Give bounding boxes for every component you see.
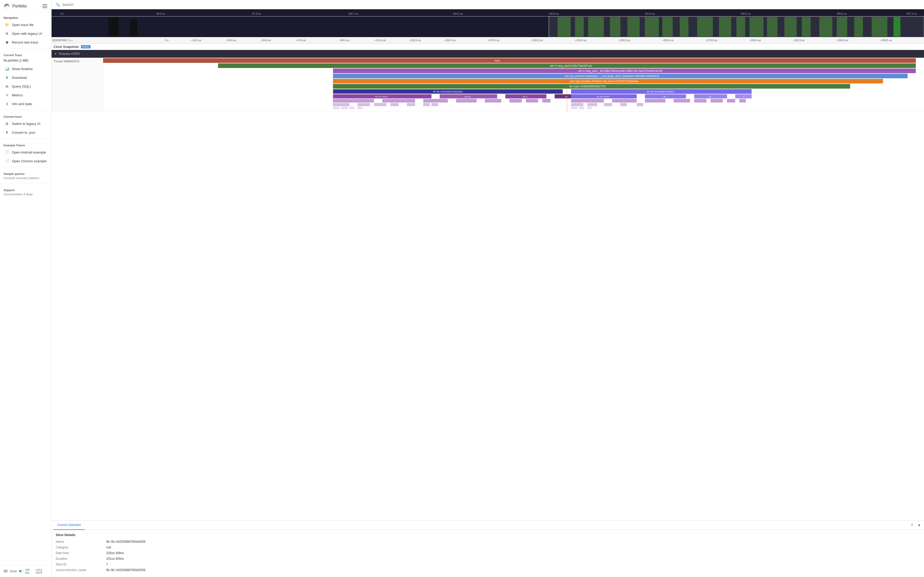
svg-rect-94 [571, 106, 577, 109]
tick-7: 340.2 us [741, 12, 751, 15]
svg-text:std::rt::lang_start:h11fbc72de: std::rt::lang_start:h11fbc72de187ccfc [550, 64, 592, 67]
svg-rect-81 [390, 103, 399, 106]
svg-rect-76 [727, 99, 735, 103]
mini-overview[interactable] [52, 16, 924, 37]
ruler-tick-13: +254.6 us [662, 39, 674, 42]
svg-rect-73 [674, 99, 690, 103]
sidebar-item-switch-legacy[interactable]: 🖥 Switch to legacy UI [1, 119, 50, 128]
sidebar-item-open-legacy-ui[interactable]: 🖥 Open with legacy UI [1, 29, 50, 38]
tick-8: 388.6 us [837, 12, 846, 15]
sidebar-item-label: Query (SQL) [12, 84, 31, 89]
trace-name: fib.perfetto (1 MB) [0, 58, 51, 64]
ruler-base: 1634367845.7 s + [52, 39, 73, 42]
record-icon: ⏺ [5, 40, 9, 45]
svg-rect-70 [571, 99, 604, 103]
svg-text:fib::fib::h03330887093d3356: fib::fib::h03330887093d3356 [433, 90, 462, 93]
sidebar-item-label: Open with legacy UI [12, 32, 42, 35]
tick-4: 194.3 us [453, 12, 463, 15]
field-label-2: Start time [56, 551, 102, 555]
field-value-5: fib::fib::h03330887093d3356 [106, 568, 920, 572]
process-label: Process 47970 [59, 52, 80, 56]
tick-3: 145.7 us [348, 12, 358, 15]
mini-overview-svg [52, 16, 924, 37]
doc2-icon: 📄 [5, 159, 9, 163]
svg-point-6 [21, 570, 23, 572]
svg-rect-62 [333, 99, 374, 103]
folder-icon: 📁 [5, 23, 9, 27]
tick-0: 0 s [60, 12, 64, 15]
svg-rect-90 [333, 106, 339, 109]
svg-text:std::sys_common::backtrace::__: std::sys_common::backtrace::__rust_begin… [565, 75, 659, 77]
search-input[interactable] [62, 3, 920, 7]
sidebar-item-label: Switch to legacy UI [12, 122, 40, 126]
svg-rect-77 [740, 99, 746, 103]
sidebar-item-record-new-trace[interactable]: ⏺ Record new trace [1, 38, 50, 47]
ruler-tick-16: +314.5 us [793, 39, 804, 42]
section-label-example-traces: Example Traces [0, 140, 51, 148]
tick-2: 97.3 us [252, 12, 261, 15]
bottom-panel: Current Selection T ▼ Slice Details Name… [52, 521, 924, 577]
field-label-1: Category [56, 545, 102, 550]
sidebar-item-label: Open Chrome example [12, 159, 47, 163]
format-icon-button[interactable]: T [910, 523, 914, 528]
field-value-1: null [106, 545, 920, 550]
section-label-current-trace: Current Trace [0, 50, 51, 58]
sidebar-item-convert-json[interactable]: ⬇ Convert to .json [1, 128, 50, 137]
section-label-convert-trace: Convert trace [0, 111, 51, 119]
sidebar-item-metrics[interactable]: ≡ Metrics [1, 91, 50, 99]
sidebar-item-download[interactable]: ⬇ Download [1, 73, 50, 82]
field-value-4: 7 [106, 562, 920, 567]
sidebar-item-query-sql[interactable]: ⊞ Query (SQL) [1, 82, 50, 90]
version-label: v19.0-e923f [36, 569, 48, 574]
tick-6: 291.6 us [645, 12, 654, 15]
sidebar-item-label: Download [12, 76, 27, 80]
ruler-tick-6: +114.4 us [374, 39, 386, 42]
svg-text:fib::fib::h0333...: fib::fib::h0333... [597, 95, 611, 98]
wsm-icon [3, 569, 8, 573]
sidebar-item-open-android[interactable]: 📄 Open Android example [1, 148, 50, 156]
svg-rect-95 [579, 106, 584, 109]
svg-text:fib::fib...: fib::fib... [465, 95, 472, 98]
ruler-tick-12: +234.6 us [619, 39, 630, 42]
thread-label: Thread 3488602979 [53, 60, 79, 63]
sw-on-icon [19, 569, 23, 573]
sidebar-item-show-timeline[interactable]: 📊 Show timeline [1, 64, 50, 73]
timeline-icon: 📊 [5, 66, 9, 71]
svg-rect-86 [588, 103, 597, 106]
section-label-navigation: Navigation [0, 13, 51, 20]
svg-rect-8 [130, 19, 137, 36]
ruler-tick-11: +214.6 us [575, 39, 586, 42]
svg-rect-87 [604, 103, 612, 106]
window-icon: 🖥 [5, 31, 9, 36]
section-label-support: Support [0, 185, 51, 193]
svg-rect-85 [571, 103, 583, 106]
svg-rect-88 [620, 103, 627, 106]
sidebar-item-label: Info and stats [12, 102, 32, 106]
tab-current-selection[interactable]: Current Selection [53, 521, 85, 530]
svg-rect-92 [349, 106, 354, 109]
clock-snapshots-row: Clock Snapshots metric [52, 44, 924, 50]
sidebar-item-open-chrome[interactable]: 📄 Open Chrome example [1, 157, 50, 165]
main-content: 🔍 0 s 48.6 us 97.3 us 145.7 us 194.3 us … [52, 0, 924, 577]
detail-ruler: 1634367845.7 s + 0 s +14.5 us +34.6 us +… [52, 37, 924, 44]
process-header[interactable]: ▼ Process 47970 [52, 50, 924, 58]
doc-icon: 📄 [5, 150, 9, 155]
perfetto-logo [3, 3, 10, 10]
expand-icon-button[interactable]: ▼ [916, 523, 922, 528]
svg-rect-83 [423, 103, 430, 106]
svg-text:fib...: fib... [663, 95, 667, 98]
hamburger-button[interactable] [42, 3, 48, 9]
track-canvas[interactable]: main std::rt::lang_start:h11fbc72de187cc… [103, 58, 924, 111]
svg-rect-71 [612, 99, 637, 103]
sidebar-item-open-trace-file[interactable]: 📁 Open trace file [1, 21, 50, 29]
wsm-label: WSM [10, 570, 17, 573]
sidebar-header: Perfetto [0, 0, 51, 13]
ruler-tick-15: +294.4 us [750, 39, 761, 42]
svg-rect-96 [588, 106, 592, 109]
field-label-3: Duration [56, 556, 102, 561]
sidebar-item-info-stats[interactable]: ℹ Info and stats [1, 100, 50, 108]
bottom-tab-actions: T ▼ [910, 523, 922, 528]
sw-on-label [19, 569, 23, 574]
ruler-tick-7: +134.5 us [409, 39, 420, 42]
ruler-tick-17: +334.5 us [837, 39, 848, 42]
